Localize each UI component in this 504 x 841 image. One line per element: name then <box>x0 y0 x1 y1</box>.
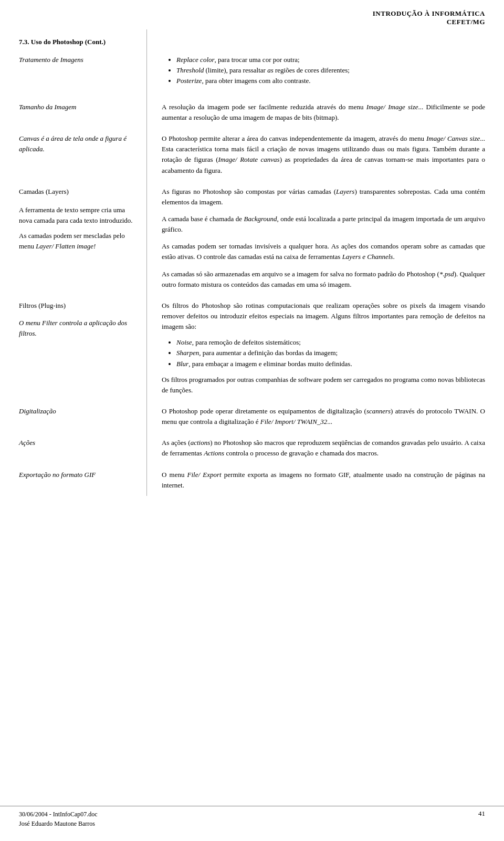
left-label-filtros-extra: O menu Filter controla a aplicação dos f… <box>19 318 137 338</box>
header-title: INTRODUÇÃO À INFORMÁTICA CEFET/MG <box>19 9 485 26</box>
list-item: Blur, para embaçar a imagem e eliminar b… <box>176 359 485 369</box>
exportacao-text: O menu File/ Export permite exporta as i… <box>162 470 485 491</box>
left-label-exportacao: Exportação no formato GIF <box>19 470 137 480</box>
left-label-filtros: Filtros (Plug-ins) <box>19 300 137 311</box>
left-label-camadas-extra2: As camadas podem ser mescladas pelo menu… <box>19 231 137 251</box>
canvas-text: O Photoshop permite alterar a área do ca… <box>162 133 485 176</box>
tamanho-text: A resolução da imagem pode ser facilment… <box>162 102 485 123</box>
footer-right: 41 <box>478 809 485 818</box>
left-label-digitalizacao: Digitalização <box>19 406 137 417</box>
camadas-text3: As camadas podem ser tornadas invisíveis… <box>162 241 485 262</box>
filtros-text-extra: Os filtros programados por outras compan… <box>162 375 485 396</box>
list-item: Threshold (limite), para ressaltar as re… <box>176 65 485 76</box>
digitalizacao-text: O Photoshop pode operar diretamente os e… <box>162 406 485 427</box>
list-item: Noise, para remoção de defeitos sistemát… <box>176 337 485 348</box>
page-footer: 30/06/2004 - IntInfoCap07.doc José Eduar… <box>0 806 504 828</box>
tratamento-bullets: Replace color, para trocar uma cor por o… <box>176 55 485 86</box>
page-header: INTRODUÇÃO À INFORMÁTICA CEFET/MG <box>0 0 504 29</box>
section-heading: 7.3. Uso do Photoshop (Cont.) <box>19 37 137 47</box>
camadas-text2: A camada base é chamada de Background, o… <box>162 214 485 235</box>
footer-left: 30/06/2004 - IntInfoCap07.doc José Eduar… <box>19 809 98 828</box>
left-label-camadas-extra1: A ferramenta de texto sempre cria uma no… <box>19 205 137 225</box>
camadas-text4: As camadas só são armazenadas em arquivo… <box>162 269 485 290</box>
left-label-tamanho: Tamanho da Imagem <box>19 102 137 112</box>
left-label-acoes: Ações <box>19 438 137 448</box>
list-item: Replace color, para trocar uma cor por o… <box>176 55 485 65</box>
left-label-canvas: Canvas é a área de tela onde a figura é … <box>19 133 137 154</box>
page: INTRODUÇÃO À INFORMÁTICA CEFET/MG 7.3. U… <box>0 0 504 841</box>
left-label-tratamento: Tratamento de Imagens <box>19 55 137 65</box>
left-label-camadas: Camadas (Layers) <box>19 186 137 197</box>
list-item: Sharpen, para aumentar a definição das b… <box>176 348 485 358</box>
acoes-text: As ações (actions) no Photoshop são macr… <box>162 438 485 459</box>
filtros-text-main: Os filtros do Photoshop são rotinas comp… <box>162 300 485 332</box>
list-item: Posterize, para obter imagens com alto c… <box>176 76 485 86</box>
camadas-text1: As figuras no Photoshop são compostas po… <box>162 186 485 207</box>
filtros-bullets: Noise, para remoção de defeitos sistemát… <box>176 337 485 369</box>
